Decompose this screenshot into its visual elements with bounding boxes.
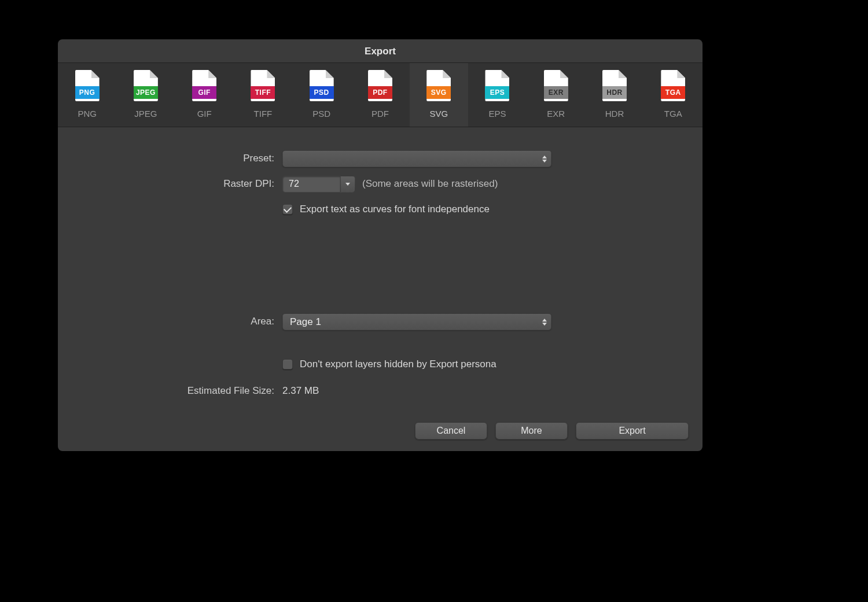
raster-dpi-input[interactable] xyxy=(282,176,340,193)
preset-select[interactable] xyxy=(282,150,551,167)
format-tab-label: JPEG xyxy=(116,109,175,119)
format-tab-label: PNG xyxy=(58,109,116,119)
format-tab-label: EPS xyxy=(468,109,527,119)
raster-dpi-combo[interactable] xyxy=(282,176,355,193)
format-tab-tiff[interactable]: TIFFTIFF xyxy=(234,63,292,127)
format-tab-exr[interactable]: EXREXR xyxy=(527,63,585,127)
format-tab-svg[interactable]: SVGSVG xyxy=(410,63,468,127)
file-icon-tga: TGA xyxy=(661,70,685,101)
text-as-curves-checkbox[interactable] xyxy=(282,204,293,215)
area-select[interactable]: Page 1 xyxy=(282,313,551,330)
format-tab-psd[interactable]: PSDPSD xyxy=(292,63,351,127)
raster-dpi-dropdown-button[interactable] xyxy=(340,176,355,193)
more-button[interactable]: More xyxy=(495,422,568,440)
area-label: Area: xyxy=(58,316,282,327)
format-tab-pdf[interactable]: PDFPDF xyxy=(351,63,409,127)
estimated-label: Estimated File Size: xyxy=(58,385,282,397)
file-icon-gif: GIF xyxy=(192,70,216,101)
estimated-value: 2.37 MB xyxy=(282,385,319,397)
format-tab-eps[interactable]: EPSEPS xyxy=(468,63,527,127)
text-as-curves-label: Export text as curves for font independe… xyxy=(300,204,490,215)
file-icon-png: PNG xyxy=(75,70,100,101)
format-tab-label: TGA xyxy=(644,109,703,119)
format-tab-label: EXR xyxy=(527,109,585,119)
raster-dpi-label: Raster DPI: xyxy=(58,178,282,190)
hide-layers-label: Don't export layers hidden by Export per… xyxy=(300,359,496,370)
area-value: Page 1 xyxy=(290,316,321,327)
file-icon-eps: EPS xyxy=(485,70,509,101)
chevron-down-icon xyxy=(345,183,350,186)
format-tab-label: SVG xyxy=(410,109,468,119)
export-button[interactable]: Export xyxy=(576,422,689,440)
format-tab-label: HDR xyxy=(585,109,643,119)
preset-label: Preset: xyxy=(58,153,282,164)
format-tab-label: GIF xyxy=(175,109,234,119)
file-icon-exr: EXR xyxy=(544,70,568,101)
file-icon-pdf: PDF xyxy=(368,70,392,101)
updown-icon xyxy=(540,153,549,165)
file-icon-tiff: TIFF xyxy=(251,70,275,101)
format-tab-jpeg[interactable]: JPEGJPEG xyxy=(116,63,175,127)
dialog-title: Export xyxy=(58,39,703,62)
updown-icon xyxy=(540,316,549,328)
file-icon-hdr: HDR xyxy=(602,70,627,101)
dialog-footer: Cancel More Export xyxy=(415,422,689,440)
file-icon-jpeg: JPEG xyxy=(134,70,158,101)
dialog-body: Preset: Raster DPI: (Some areas will be … xyxy=(58,127,703,400)
hide-layers-checkbox[interactable] xyxy=(282,359,293,370)
format-tabs: PNGPNGJPEGJPEGGIFGIFTIFFTIFFPSDPSDPDFPDF… xyxy=(58,62,703,127)
file-icon-psd: PSD xyxy=(310,70,334,101)
export-dialog: Export PNGPNGJPEGJPEGGIFGIFTIFFTIFFPSDPS… xyxy=(58,39,703,451)
format-tab-label: TIFF xyxy=(234,109,292,119)
format-tab-label: PSD xyxy=(292,109,351,119)
format-tab-label: PDF xyxy=(351,109,409,119)
format-tab-hdr[interactable]: HDRHDR xyxy=(585,63,643,127)
format-tab-gif[interactable]: GIFGIF xyxy=(175,63,234,127)
raster-hint: (Some areas will be rasterised) xyxy=(362,178,498,190)
cancel-button[interactable]: Cancel xyxy=(415,422,487,440)
format-tab-png[interactable]: PNGPNG xyxy=(58,63,116,127)
format-tab-tga[interactable]: TGATGA xyxy=(644,63,703,127)
file-icon-svg: SVG xyxy=(426,70,451,101)
